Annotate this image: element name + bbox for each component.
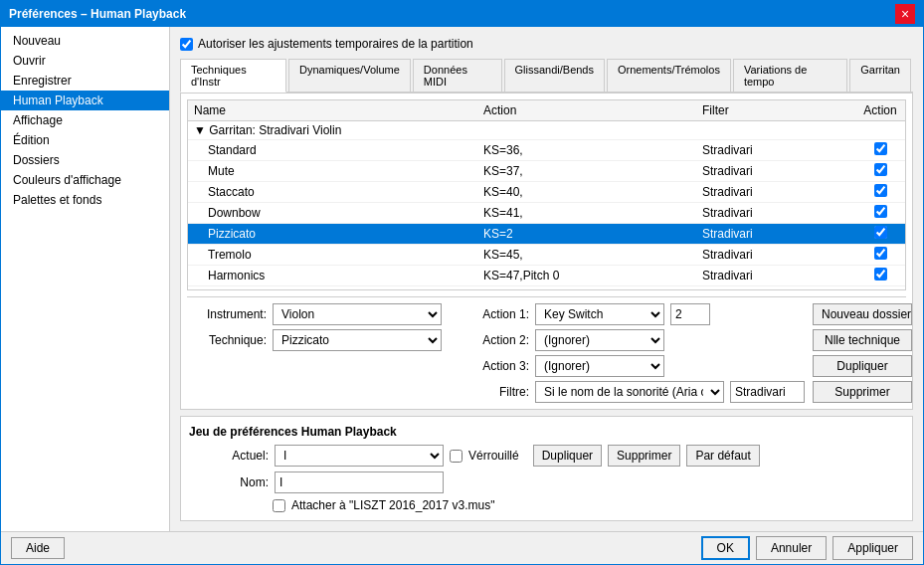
sidebar-item-nouveau[interactable]: Nouveau — [1, 31, 169, 51]
main-content: Autoriser les ajustements temporaires de… — [170, 27, 923, 531]
filter-row: Filtre: Si le nom de la sonorité (Aria o… — [450, 381, 805, 403]
cell-filter: Stradivari — [696, 203, 855, 224]
sidebar-item-palettes[interactable]: Palettes et fonds — [1, 190, 169, 210]
annuler-button[interactable]: Annuler — [756, 536, 827, 560]
cell-checkbox[interactable] — [855, 224, 905, 245]
window-title: Préférences – Human Playback — [9, 7, 186, 21]
sidebar-item-dossiers[interactable]: Dossiers — [1, 150, 169, 170]
col-filter-header: Filter — [696, 100, 855, 121]
tab-dynamiques[interactable]: Dynamiques/Volume — [288, 59, 411, 92]
cell-action: KS=40, — [477, 182, 696, 203]
auto-adjust-checkbox[interactable] — [180, 38, 193, 51]
nom-label: Nom: — [189, 475, 269, 489]
cell-name: Harmonics — [188, 266, 477, 286]
cell-checkbox[interactable] — [855, 266, 905, 286]
cell-filter: Stradivari — [696, 224, 855, 245]
tab-ornements[interactable]: Ornements/Trémolos — [607, 59, 731, 92]
table-row[interactable]: Tremolo KS=45, Stradivari — [188, 245, 905, 266]
table-row[interactable]: Mute KS=37, Stradivari — [188, 161, 905, 182]
cell-name: Staccato — [188, 182, 477, 203]
supprimer-button[interactable]: Supprimer — [813, 381, 912, 403]
hp-par-defaut-button[interactable]: Par défaut — [686, 445, 759, 467]
technique-select[interactable]: Pizzicato — [273, 329, 442, 351]
table-row[interactable]: Standard KS=36, Stradivari — [188, 140, 905, 161]
cell-filter: Stradivari — [696, 245, 855, 266]
hp-dupliquer-button[interactable]: Dupliquer — [533, 445, 602, 467]
cell-checkbox[interactable] — [855, 245, 905, 266]
sidebar-item-human-playback[interactable]: Human Playback — [1, 91, 169, 110]
sidebar: Nouveau Ouvrir Enregistrer Human Playbac… — [1, 27, 170, 531]
group-garritan-gofriller[interactable]: ▶ Garritan: Gofriller Cello — [188, 286, 905, 291]
filter-input[interactable] — [730, 381, 805, 403]
title-bar: Préférences – Human Playback × — [1, 1, 923, 27]
actuel-label: Actuel: — [189, 449, 269, 463]
tab-glissandi[interactable]: Glissandi/Bends — [504, 59, 606, 92]
hp-supprimer-button[interactable]: Supprimer — [608, 445, 680, 467]
cell-filter: Stradivari — [696, 140, 855, 161]
techniques-table[interactable]: Name Action Filter Action ▼ Garritan: St… — [187, 99, 906, 290]
sidebar-item-edition[interactable]: Édition — [1, 130, 169, 150]
tab-variations[interactable]: Variations de tempo — [733, 59, 847, 92]
instrument-select[interactable]: Violon — [273, 303, 442, 325]
table-row-selected[interactable]: Pizzicato KS=2 Stradivari — [188, 224, 905, 245]
dupliquer-button[interactable]: Dupliquer — [813, 355, 912, 377]
sidebar-item-enregistrer[interactable]: Enregistrer — [1, 71, 169, 91]
attach-checkbox[interactable] — [273, 499, 285, 512]
attach-label: Attacher à "LISZT 2016_2017 v3.mus" — [291, 498, 494, 512]
cell-name: Tremolo — [188, 245, 477, 266]
actuel-select[interactable]: I — [275, 445, 444, 467]
col-name: Name — [188, 100, 477, 121]
close-button[interactable]: × — [895, 4, 915, 24]
ok-button[interactable]: OK — [701, 536, 750, 560]
filter-select[interactable]: Si le nom de la sonorité (Aria ou K — [535, 381, 724, 403]
cell-checkbox[interactable] — [855, 140, 905, 161]
cell-action: KS=2 — [477, 224, 696, 245]
sidebar-item-couleurs[interactable]: Couleurs d'affichage — [1, 170, 169, 190]
auto-adjust-row: Autoriser les ajustements temporaires de… — [180, 37, 913, 51]
action1-row: Action 1: Key Switch — [450, 303, 805, 325]
technique-label: Technique: — [187, 333, 267, 347]
filter-label: Filtre: — [450, 385, 529, 399]
action2-select[interactable]: (Ignorer) — [535, 329, 664, 351]
cell-action: KS=37, — [477, 161, 696, 182]
table-row[interactable]: Downbow KS=41, Stradivari — [188, 203, 905, 224]
cell-name: Standard — [188, 140, 477, 161]
table-row[interactable]: Staccato KS=40, Stradivari — [188, 182, 905, 203]
cell-action: KS=41, — [477, 203, 696, 224]
verrouille-checkbox[interactable] — [450, 450, 462, 463]
auto-adjust-label: Autoriser les ajustements temporaires de… — [198, 37, 473, 51]
group-garritan-stradivari[interactable]: ▼ Garritan: Stradivari Violin — [188, 121, 905, 140]
action3-label: Action 3: — [450, 359, 529, 373]
verrouille-label: Vérrouillé — [468, 449, 519, 463]
sidebar-item-ouvrir[interactable]: Ouvrir — [1, 51, 169, 71]
cell-action: KS=36, — [477, 140, 696, 161]
cell-name: Downbow — [188, 203, 477, 224]
action3-select[interactable]: (Ignorer) — [535, 355, 664, 377]
nlle-technique-button[interactable]: Nlle technique — [813, 329, 912, 351]
action1-select[interactable]: Key Switch — [535, 303, 664, 325]
cell-filter: Stradivari — [696, 182, 855, 203]
technique-row: Technique: Pizzicato — [187, 329, 442, 351]
cell-checkbox[interactable] — [855, 182, 905, 203]
nouveau-dossier-button[interactable]: Nouveau dossier — [813, 303, 912, 325]
tab-garritan[interactable]: Garritan — [849, 59, 911, 92]
action1-input[interactable] — [670, 303, 710, 325]
cell-filter: Stradivari — [696, 161, 855, 182]
nom-input[interactable] — [275, 471, 444, 493]
cell-checkbox[interactable] — [855, 161, 905, 182]
action2-row: Action 2: (Ignorer) — [450, 329, 805, 351]
sidebar-item-affichage[interactable]: Affichage — [1, 110, 169, 130]
tab-midi[interactable]: Données MIDI — [413, 59, 502, 92]
table-row[interactable]: Harmonics KS=47,Pitch 0 Stradivari — [188, 266, 905, 286]
cell-checkbox[interactable] — [855, 203, 905, 224]
action3-row: Action 3: (Ignorer) — [450, 355, 805, 377]
tab-bar: Techniques d'Instr Dynamiques/Volume Don… — [180, 59, 913, 93]
aide-button[interactable]: Aide — [11, 537, 65, 559]
tab-techniques[interactable]: Techniques d'Instr — [180, 59, 286, 93]
action2-label: Action 2: — [450, 333, 529, 347]
form-section: Instrument: Violon Technique: Pizzicato — [187, 296, 906, 403]
appliquer-button[interactable]: Appliquer — [832, 536, 913, 560]
action1-label: Action 1: — [450, 307, 529, 321]
hp-section: Jeu de préférences Human Playback Actuel… — [180, 416, 913, 521]
attach-row: Attacher à "LISZT 2016_2017 v3.mus" — [189, 498, 904, 512]
